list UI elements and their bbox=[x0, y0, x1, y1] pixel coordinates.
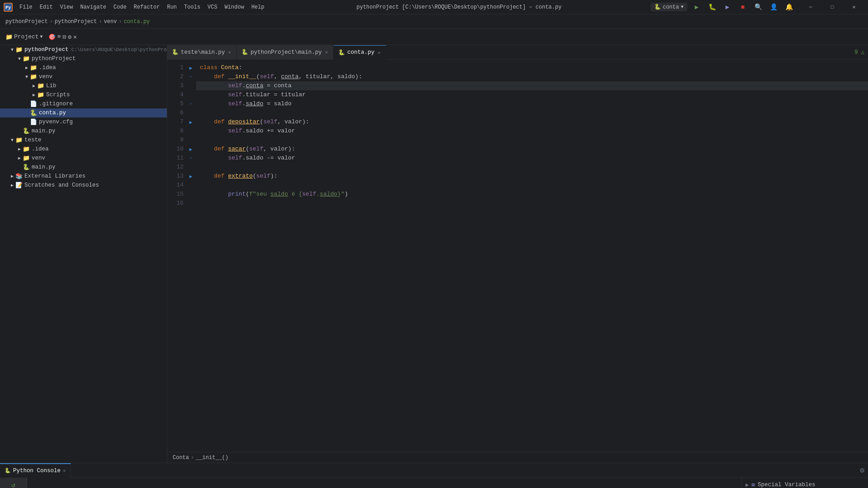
editor-bc-1[interactable]: Conta bbox=[173, 455, 189, 461]
tree-item-idea[interactable]: ▶ 📁 .idea bbox=[0, 63, 167, 72]
tree-item-main-root[interactable]: ▶ 🐍 main.py bbox=[0, 127, 167, 136]
user-button[interactable]: 👤 bbox=[768, 1, 779, 13]
project-tree: ▼ 📁 pythonProject C:\Users\ROQUE\Desktop… bbox=[0, 45, 167, 463]
folder-icon-venv: 📁 bbox=[30, 73, 37, 80]
gutter-icon-5: ◦ bbox=[189, 101, 193, 107]
tab-label-1: teste\main.py bbox=[181, 49, 225, 56]
tab-close-3[interactable]: ✕ bbox=[377, 49, 382, 56]
menu-run[interactable]: Run bbox=[164, 3, 180, 12]
menu-window[interactable]: Window bbox=[222, 3, 247, 12]
special-vars-icon: ⊞ bbox=[752, 481, 755, 488]
menu-help[interactable]: Help bbox=[248, 3, 268, 12]
console-settings-button[interactable]: ⚙ bbox=[860, 466, 864, 475]
close-button[interactable]: ✕ bbox=[844, 0, 864, 14]
tree-item-teste[interactable]: ▼ 📁 teste bbox=[0, 136, 167, 145]
run-button[interactable]: ▶ bbox=[691, 1, 703, 13]
tree-label-venv: venv bbox=[39, 74, 52, 80]
file-cfg-icon: 📄 bbox=[30, 118, 37, 126]
folder-icon: 📁 bbox=[15, 46, 23, 53]
editor-bc-2[interactable]: __init__() bbox=[196, 455, 228, 461]
maximize-button[interactable]: □ bbox=[822, 0, 843, 14]
tree-item-lib[interactable]: ▶ 📁 Lib bbox=[0, 81, 167, 90]
window-controls: ─ □ ✕ bbox=[800, 0, 864, 14]
tree-arrow-pythonProject-root: ▼ bbox=[9, 47, 15, 52]
tree-item-pythonProject-inner[interactable]: ▼ 📁 pythonProject bbox=[0, 54, 167, 63]
special-vars-expand[interactable]: ▶ bbox=[745, 481, 749, 488]
console-restart-button[interactable]: ↺ bbox=[8, 480, 19, 488]
gutter-15 bbox=[186, 190, 195, 199]
menu-refactor[interactable]: Refactor bbox=[131, 3, 163, 12]
tree-item-external-libs[interactable]: ▶ 📚 External Libraries bbox=[0, 172, 167, 181]
tab-python-main[interactable]: 🐍 pythonProject\main.py ✕ bbox=[237, 45, 334, 60]
console-tab-close[interactable]: ✕ bbox=[63, 468, 66, 474]
tree-item-conta[interactable]: ▶ 🐍 conta.py bbox=[0, 108, 167, 117]
settings-button[interactable]: ⚙ bbox=[68, 33, 71, 41]
project-dropdown[interactable]: 📁 Project ▼ bbox=[4, 33, 45, 42]
tree-label-scripts: Scripts bbox=[46, 92, 70, 98]
run-config-label: conta bbox=[663, 4, 679, 10]
update-button[interactable]: 🔔 bbox=[783, 1, 795, 13]
bc-sep-1: › bbox=[50, 19, 53, 25]
code-editor[interactable]: 1 2 3 4 5 6 7 8 9 10 11 12 13 14 15 16 ▶… bbox=[167, 60, 868, 452]
hide-panel-button[interactable]: ✕ bbox=[73, 33, 77, 41]
tree-item-teste-idea[interactable]: ▶ 📁 .idea bbox=[0, 145, 167, 154]
code-line-4: self.titular = titular bbox=[196, 90, 868, 99]
gutter-run-icon-7: ▶ bbox=[189, 119, 193, 125]
file-py-icon-main-root: 🐍 bbox=[23, 127, 30, 135]
menu-view[interactable]: View bbox=[57, 3, 76, 12]
special-vars-header: ▶ ⊞ Special Variables bbox=[745, 481, 864, 488]
tab-close-2[interactable]: ✕ bbox=[324, 48, 329, 56]
tree-item-gitignore[interactable]: ▶ 📄 .gitignore bbox=[0, 99, 167, 108]
gutter-8 bbox=[186, 127, 195, 136]
tree-arrow-teste-venv: ▶ bbox=[16, 155, 23, 161]
svg-text:Py: Py bbox=[5, 5, 11, 10]
gutter-run-icon-1: ▶ bbox=[189, 65, 193, 71]
bc-sep-3: › bbox=[118, 19, 122, 25]
collapse-all-button[interactable]: ⊟ bbox=[62, 33, 66, 41]
menu-vcs[interactable]: VCS bbox=[204, 3, 221, 12]
bc-part-3[interactable]: venv bbox=[104, 19, 117, 25]
tree-item-scripts[interactable]: ▶ 📁 Scripts bbox=[0, 90, 167, 99]
coverage-button[interactable]: ▶ bbox=[722, 1, 733, 13]
tree-arrow-lib: ▶ bbox=[31, 83, 37, 89]
menu-file[interactable]: File bbox=[16, 3, 36, 12]
minimize-button[interactable]: ─ bbox=[800, 0, 821, 14]
code-line-7: def depositar(self, valor): bbox=[196, 117, 868, 127]
tab-teste-main[interactable]: 🐍 teste\main.py ✕ bbox=[167, 45, 237, 60]
bc-sep-2: › bbox=[99, 19, 102, 25]
console-output[interactable]: >>> from conta import Conta Traceback (m… bbox=[27, 478, 741, 488]
line-numbers: 1 2 3 4 5 6 7 8 9 10 11 12 13 14 15 16 bbox=[167, 60, 185, 452]
code-area[interactable]: class Conta: def __init__(self, conta, t… bbox=[196, 60, 868, 452]
tree-item-venv[interactable]: ▼ 📁 venv bbox=[0, 72, 167, 81]
tree-arrow-teste: ▼ bbox=[9, 138, 15, 143]
tab-close-1[interactable]: ✕ bbox=[227, 48, 232, 56]
code-line-3: self.conta = conta bbox=[196, 81, 868, 90]
bc-part-1[interactable]: pythonProject bbox=[5, 19, 48, 25]
bc-part-2[interactable]: pythonProject bbox=[55, 19, 97, 25]
code-line-13: def extrato(self): bbox=[196, 172, 868, 181]
menu-tools[interactable]: Tools bbox=[181, 3, 203, 12]
menu-code[interactable]: Code bbox=[110, 3, 130, 12]
debug-button[interactable]: 🐛 bbox=[706, 1, 718, 13]
scroll-from-source-button[interactable]: ≡ bbox=[57, 33, 61, 40]
menu-edit[interactable]: Edit bbox=[37, 3, 56, 12]
window-title: pythonProject [C:\Users\ROQUE\Desktop\py… bbox=[268, 4, 651, 10]
bc-part-4[interactable]: conta.py bbox=[124, 19, 150, 25]
tab-conta[interactable]: 🐍 conta.py ✕ bbox=[334, 45, 387, 60]
tree-label-teste: teste bbox=[24, 137, 42, 143]
console-line-1: >>> from conta import Conta bbox=[32, 480, 737, 488]
python-console-tab[interactable]: 🐍 Python Console ✕ bbox=[0, 463, 71, 478]
locate-file-button[interactable]: 🎯 bbox=[48, 33, 56, 41]
ln-7: 7 bbox=[171, 117, 184, 127]
tree-item-teste-venv[interactable]: ▶ 📁 venv bbox=[0, 154, 167, 163]
tree-item-pythonProject-root[interactable]: ▼ 📁 pythonProject C:\Users\ROQUE\Desktop… bbox=[0, 45, 167, 54]
tree-item-scratches[interactable]: ▶ 📝 Scratches and Consoles bbox=[0, 181, 167, 190]
tree-item-pyvenv[interactable]: ▶ 📄 pyvenv.cfg bbox=[0, 117, 167, 127]
tree-item-teste-main[interactable]: ▶ 🐍 main.py bbox=[0, 163, 167, 172]
stop-button[interactable]: ■ bbox=[737, 1, 749, 13]
gutter-run-icon-10: ▶ bbox=[189, 146, 193, 152]
search-button[interactable]: 🔍 bbox=[752, 1, 764, 13]
gutter-5: ◦ bbox=[186, 99, 195, 108]
menu-navigate[interactable]: Navigate bbox=[77, 3, 109, 12]
run-config-selector[interactable]: 🐍 conta ▼ bbox=[651, 3, 687, 11]
